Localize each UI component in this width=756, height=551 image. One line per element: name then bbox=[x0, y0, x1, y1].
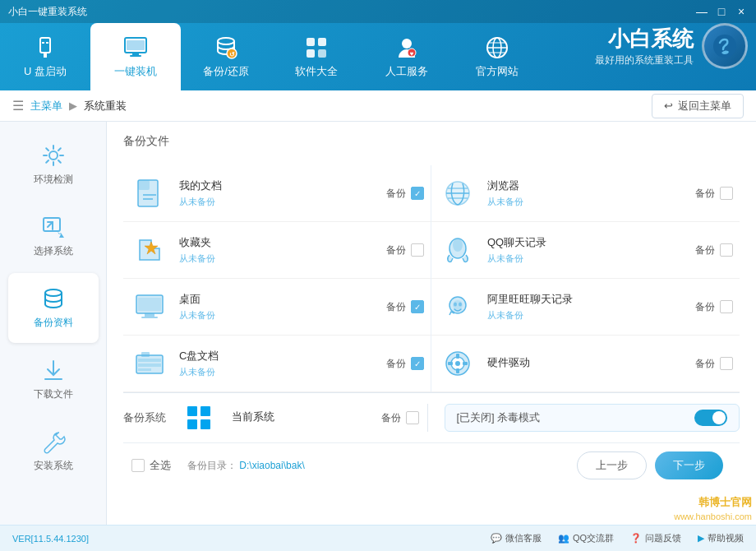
qq-chat-action: 备份 bbox=[695, 243, 733, 257]
brand-subtitle: 最好用的系统重装工具 bbox=[595, 53, 694, 67]
backup-system-checkbox[interactable] bbox=[406, 411, 419, 424]
back-label: 返回主菜单 bbox=[678, 99, 731, 113]
my-docs-checkbox[interactable]: ✓ bbox=[411, 187, 424, 200]
qq-chat-checkbox[interactable] bbox=[720, 243, 733, 257]
browser-info: 浏览器 从未备份 bbox=[487, 178, 695, 208]
brand-area: 小白系统 最好用的系统重装工具 bbox=[595, 23, 748, 69]
browser-name: 浏览器 bbox=[487, 178, 695, 193]
status-actions: 💬 微信客服 👥 QQ交流群 ❓ 问题反馈 ▶ 帮助视频 bbox=[491, 532, 744, 544]
c-docs-info: C盘文档 从未备份 bbox=[179, 349, 386, 378]
favorites-icon bbox=[130, 230, 169, 270]
select-all[interactable]: 全选 bbox=[131, 458, 171, 473]
close-button[interactable]: × bbox=[735, 5, 748, 18]
tab-software[interactable]: 软件大全 bbox=[271, 23, 362, 90]
breadcrumb-home[interactable]: 主菜单 bbox=[30, 99, 62, 113]
svg-text:♥: ♥ bbox=[410, 50, 414, 58]
aliwang-action: 备份 bbox=[695, 300, 733, 314]
tab-software-label: 软件大全 bbox=[295, 64, 338, 79]
svg-rect-63 bbox=[201, 419, 210, 429]
svg-rect-58 bbox=[448, 362, 453, 365]
globe-icon bbox=[484, 35, 510, 61]
desktop-status: 从未备份 bbox=[179, 309, 386, 322]
svg-text:↺: ↺ bbox=[229, 51, 235, 58]
breadcrumb-current: 系统重装 bbox=[84, 99, 127, 113]
sidebar-env-label: 环境检测 bbox=[34, 173, 73, 187]
backup-system-action-label: 备份 bbox=[381, 411, 401, 425]
drivers-info: 硬件驱动 bbox=[487, 355, 695, 373]
sidebar-item-download[interactable]: 下载文件 bbox=[8, 345, 99, 414]
backup-system-action: 备份 bbox=[381, 411, 419, 425]
title-bar: 小白一键重装系统 — □ × bbox=[0, 0, 756, 23]
desktop-action-label: 备份 bbox=[386, 300, 406, 314]
c-docs-checkbox[interactable]: ✓ bbox=[411, 357, 424, 370]
sidebar-item-select-sys[interactable]: 选择系统 bbox=[8, 201, 99, 271]
svg-rect-5 bbox=[132, 53, 139, 55]
qq-chat-info: QQ聊天记录 从未备份 bbox=[487, 235, 695, 265]
feedback-icon: ❓ bbox=[630, 533, 642, 544]
aliwang-status: 从未备份 bbox=[487, 309, 695, 322]
back-icon: ↩ bbox=[664, 100, 673, 112]
svg-rect-14 bbox=[318, 49, 326, 58]
desktop-name: 桌面 bbox=[179, 292, 386, 307]
backup-system-label: 备份系统 bbox=[123, 410, 166, 425]
maximize-button[interactable]: □ bbox=[715, 5, 728, 18]
next-button[interactable]: 下一步 bbox=[655, 451, 723, 479]
desktop-checkbox[interactable]: ✓ bbox=[411, 300, 424, 313]
backup-col-right: 浏览器 从未备份 备份 bbox=[431, 165, 740, 392]
sidebar-item-env-check[interactable]: 环境检测 bbox=[8, 130, 99, 200]
tab-u-boot[interactable]: U 盘启动 bbox=[0, 23, 90, 90]
help-video-action[interactable]: ▶ 帮助视频 bbox=[698, 532, 744, 544]
browser-action-label: 备份 bbox=[695, 187, 715, 201]
antivirus-toggle[interactable] bbox=[694, 410, 727, 426]
wrench-icon bbox=[41, 429, 66, 454]
aliwang-info: 阿里旺旺聊天记录 从未备份 bbox=[487, 292, 695, 322]
svg-rect-11 bbox=[307, 38, 315, 46]
svg-rect-1 bbox=[44, 53, 47, 58]
wechat-action[interactable]: 💬 微信客服 bbox=[491, 532, 542, 544]
backup-system-info: 当前系统 bbox=[232, 410, 381, 427]
minimize-button[interactable]: — bbox=[695, 5, 708, 18]
wechat-label: 微信客服 bbox=[505, 532, 542, 544]
person-icon: ♥ bbox=[394, 35, 420, 61]
tab-backup[interactable]: ↺ 备份/还原 bbox=[181, 23, 271, 90]
tab-backup-label: 备份/还原 bbox=[203, 64, 249, 79]
aliwang-checkbox[interactable] bbox=[720, 300, 733, 313]
tab-one-key[interactable]: 一键装机 bbox=[90, 23, 181, 90]
feedback-action[interactable]: ❓ 问题反馈 bbox=[630, 532, 681, 544]
select-all-checkbox[interactable] bbox=[131, 459, 145, 472]
tab-website[interactable]: 官方网站 bbox=[452, 23, 542, 90]
tab-service[interactable]: ♥ 人工服务 bbox=[362, 23, 452, 90]
my-docs-status: 从未备份 bbox=[179, 196, 386, 208]
svg-rect-57 bbox=[456, 368, 459, 373]
back-button[interactable]: ↩ 返回主菜单 bbox=[652, 94, 744, 118]
sidebar-select-label: 选择系统 bbox=[34, 244, 73, 258]
drivers-icon bbox=[438, 344, 477, 383]
svg-point-15 bbox=[402, 39, 412, 49]
database-icon: ↺ bbox=[213, 35, 239, 61]
my-docs-name: 我的文档 bbox=[179, 178, 386, 193]
favorites-info: 收藏夹 从未备份 bbox=[179, 235, 386, 265]
svg-rect-13 bbox=[307, 49, 315, 58]
qq-icon bbox=[438, 230, 477, 270]
browser-checkbox[interactable] bbox=[720, 187, 733, 200]
my-docs-icon bbox=[130, 174, 169, 213]
backup-dir-path[interactable]: D:\xiaobai\bak\ bbox=[239, 460, 304, 471]
antivirus-section: [已关闭] 杀毒模式 bbox=[427, 404, 740, 432]
svg-point-23 bbox=[49, 151, 58, 160]
sidebar-item-install-sys[interactable]: 安装系统 bbox=[8, 416, 99, 486]
c-docs-name: C盘文档 bbox=[179, 349, 386, 363]
sidebar-backup-label: 备份资料 bbox=[34, 316, 73, 330]
svg-rect-61 bbox=[201, 406, 210, 416]
breadcrumb: ☰ 主菜单 ▶ 系统重装 ↩ 返回主菜单 bbox=[0, 90, 756, 122]
desktop-icon bbox=[130, 287, 169, 326]
qq-group-action[interactable]: 👥 QQ交流群 bbox=[558, 532, 614, 544]
help-video-label: 帮助视频 bbox=[708, 532, 744, 544]
prev-button[interactable]: 上一步 bbox=[577, 451, 647, 479]
menu-icon: ☰ bbox=[12, 98, 24, 113]
monitor-icon bbox=[122, 35, 149, 61]
header: 小白一键重装系统 — □ × U 盘启动 bbox=[0, 0, 756, 90]
database-active-icon bbox=[41, 286, 66, 311]
drivers-checkbox[interactable] bbox=[720, 357, 733, 370]
sidebar-item-backup-data[interactable]: 备份资料 bbox=[8, 273, 99, 343]
favorites-checkbox[interactable] bbox=[411, 243, 424, 257]
